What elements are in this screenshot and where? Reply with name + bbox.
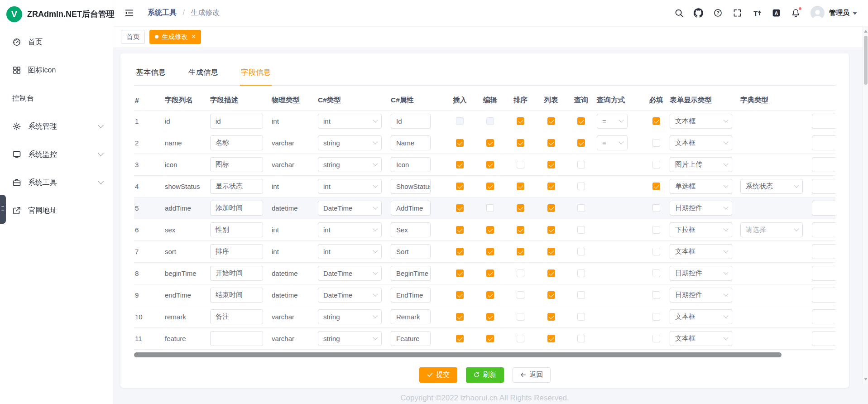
sort-checkbox[interactable] bbox=[517, 117, 524, 125]
query-checkbox[interactable] bbox=[577, 335, 585, 342]
edit-checkbox[interactable] bbox=[486, 204, 494, 212]
csharp-property-input[interactable]: ShowStatus bbox=[391, 179, 431, 194]
sidebar-item-home[interactable]: 首页 bbox=[0, 28, 113, 56]
list-checkbox[interactable] bbox=[547, 248, 555, 255]
overflow-input[interactable] bbox=[812, 201, 835, 216]
display-type-select[interactable]: 下拉框 bbox=[670, 222, 732, 237]
description-input[interactable]: 图标 bbox=[210, 157, 263, 172]
display-type-select[interactable]: 文本框 bbox=[670, 135, 732, 150]
notification-icon[interactable] bbox=[791, 8, 801, 18]
description-input[interactable]: 添加时间 bbox=[210, 201, 263, 216]
list-checkbox[interactable] bbox=[547, 183, 555, 190]
csharp-type-select[interactable]: int bbox=[318, 114, 382, 129]
sort-checkbox[interactable] bbox=[517, 313, 524, 321]
description-input[interactable]: 性别 bbox=[210, 222, 263, 237]
github-icon[interactable] bbox=[694, 8, 703, 18]
list-checkbox[interactable] bbox=[547, 291, 555, 299]
back-button[interactable]: 返回 bbox=[513, 367, 551, 383]
required-checkbox[interactable] bbox=[652, 269, 660, 277]
edit-checkbox[interactable] bbox=[486, 313, 494, 321]
query-checkbox[interactable] bbox=[577, 139, 585, 147]
query-checkbox[interactable] bbox=[577, 117, 585, 125]
insert-checkbox[interactable] bbox=[456, 226, 464, 234]
overflow-input[interactable] bbox=[812, 135, 835, 150]
breadcrumb-item[interactable]: 系统工具 bbox=[148, 9, 177, 16]
description-input[interactable]: 备注 bbox=[210, 309, 263, 324]
sidebar-item-system-management[interactable]: 系统管理 bbox=[0, 112, 113, 140]
description-input[interactable]: id bbox=[210, 114, 263, 129]
sort-checkbox[interactable] bbox=[517, 183, 524, 190]
csharp-property-input[interactable]: Name bbox=[391, 135, 431, 150]
list-checkbox[interactable] bbox=[547, 313, 555, 321]
description-input[interactable] bbox=[210, 331, 263, 346]
csharp-property-input[interactable]: Feature bbox=[391, 331, 431, 346]
sort-checkbox[interactable] bbox=[517, 335, 524, 342]
csharp-property-input[interactable]: BeginTime bbox=[391, 266, 431, 281]
csharp-type-select[interactable]: DateTime bbox=[318, 201, 382, 216]
overflow-input[interactable] bbox=[812, 179, 835, 194]
csharp-property-input[interactable]: AddTime bbox=[391, 201, 431, 216]
sort-checkbox[interactable] bbox=[517, 226, 524, 234]
tab-basic-info[interactable]: 基本信息 bbox=[135, 65, 167, 85]
insert-checkbox[interactable] bbox=[456, 183, 464, 190]
query-checkbox[interactable] bbox=[577, 248, 585, 255]
scroll-up-arrow-icon[interactable] bbox=[864, 28, 868, 33]
vertical-scrollbar-thumb[interactable] bbox=[864, 36, 868, 85]
overflow-input[interactable] bbox=[812, 157, 835, 172]
display-type-select[interactable]: 图片上传 bbox=[670, 157, 732, 172]
required-checkbox[interactable] bbox=[652, 313, 660, 321]
overflow-input[interactable] bbox=[812, 114, 835, 129]
description-input[interactable]: 排序 bbox=[210, 244, 263, 259]
avatar[interactable] bbox=[810, 6, 825, 20]
sort-checkbox[interactable] bbox=[517, 204, 524, 212]
csharp-property-input[interactable]: Sort bbox=[391, 244, 431, 259]
edit-checkbox[interactable] bbox=[486, 248, 494, 255]
list-checkbox[interactable] bbox=[547, 226, 555, 234]
required-checkbox[interactable] bbox=[652, 139, 660, 147]
overflow-input[interactable] bbox=[812, 222, 835, 237]
description-input[interactable]: 开始时间 bbox=[210, 266, 263, 281]
edit-checkbox[interactable] bbox=[486, 291, 494, 299]
display-type-select[interactable]: 文本框 bbox=[670, 331, 732, 346]
csharp-property-input[interactable]: Sex bbox=[391, 222, 431, 237]
close-icon[interactable]: × bbox=[192, 33, 196, 40]
display-type-select[interactable]: 日期控件 bbox=[670, 288, 732, 303]
horizontal-scrollbar[interactable] bbox=[134, 352, 835, 357]
insert-checkbox[interactable] bbox=[456, 204, 464, 212]
insert-checkbox[interactable] bbox=[456, 291, 464, 299]
required-checkbox[interactable] bbox=[652, 226, 660, 234]
query-checkbox[interactable] bbox=[577, 291, 585, 299]
required-checkbox[interactable] bbox=[652, 183, 660, 190]
tag-gen-edit[interactable]: 生成修改× bbox=[149, 30, 201, 44]
query-checkbox[interactable] bbox=[577, 269, 585, 277]
csharp-property-input[interactable]: EndTime bbox=[391, 288, 431, 303]
refresh-button[interactable]: 刷新 bbox=[466, 367, 504, 383]
overflow-input[interactable] bbox=[812, 309, 835, 324]
sort-checkbox[interactable] bbox=[517, 139, 524, 147]
language-icon[interactable]: A bbox=[772, 8, 781, 18]
display-type-select[interactable]: 日期控件 bbox=[670, 201, 732, 216]
query-type-select[interactable]: = bbox=[597, 135, 628, 150]
required-checkbox[interactable] bbox=[652, 161, 660, 168]
list-checkbox[interactable] bbox=[547, 117, 555, 125]
vertical-scrollbar[interactable] bbox=[863, 26, 868, 385]
description-input[interactable]: 名称 bbox=[210, 135, 263, 150]
list-checkbox[interactable] bbox=[547, 335, 555, 342]
sort-checkbox[interactable] bbox=[517, 269, 524, 277]
csharp-property-input[interactable]: Id bbox=[391, 114, 431, 129]
query-checkbox[interactable] bbox=[577, 183, 585, 190]
display-type-select[interactable]: 单选框 bbox=[670, 179, 732, 194]
csharp-type-select[interactable]: string bbox=[318, 135, 382, 150]
query-checkbox[interactable] bbox=[577, 313, 585, 321]
display-type-select[interactable]: 文本框 bbox=[670, 244, 732, 259]
display-type-select[interactable]: 文本框 bbox=[670, 309, 732, 324]
edit-checkbox[interactable] bbox=[486, 269, 494, 277]
font-size-icon[interactable]: T bbox=[752, 8, 762, 18]
csharp-type-select[interactable]: int bbox=[318, 179, 382, 194]
help-icon[interactable]: ? bbox=[713, 8, 723, 18]
display-type-select[interactable]: 日期控件 bbox=[670, 266, 732, 281]
display-type-select[interactable]: 文本框 bbox=[670, 114, 732, 129]
required-checkbox[interactable] bbox=[652, 335, 660, 342]
tag-home[interactable]: 首页 bbox=[121, 30, 145, 44]
insert-checkbox[interactable] bbox=[456, 335, 464, 342]
